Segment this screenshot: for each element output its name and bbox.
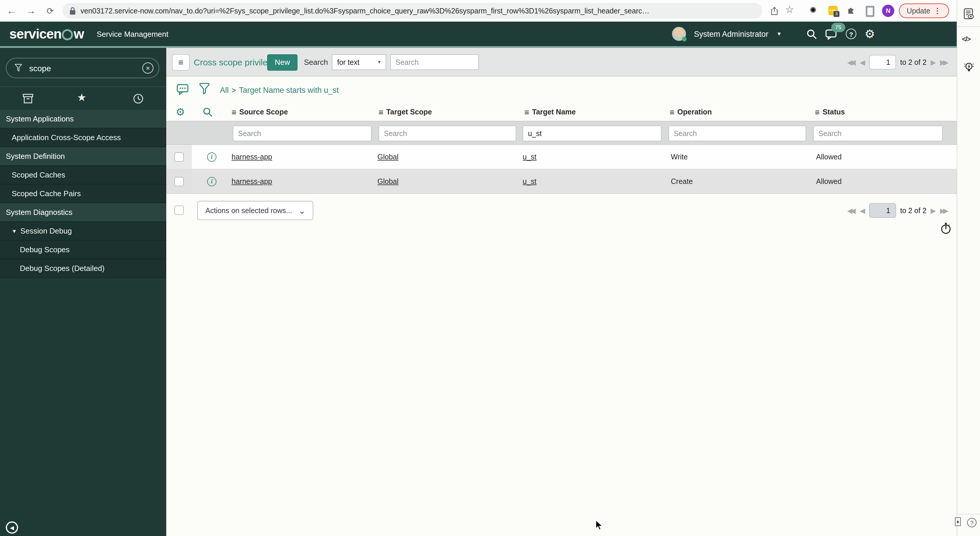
page-help-icon[interactable]: ? [967,518,977,527]
idea-lightbulb-icon[interactable] [963,61,975,74]
breadcrumb: All>Target Name starts with u_st [220,77,339,104]
browser-update-button[interactable]: Update ⋮ [899,3,949,18]
all-applications-tab-icon[interactable] [22,93,34,105]
select-all-checkbox[interactable] [174,206,184,215]
cell-operation: Create [671,169,693,194]
cell-target-name[interactable]: u_st [523,169,536,194]
list-personalize-gear-icon[interactable]: ⚙ [176,106,185,118]
extensions-puzzle-icon[interactable] [847,6,856,14]
user-menu-caret-icon[interactable]: ▼ [776,31,782,37]
navigator-menu: System Applications Application Cross-Sc… [0,110,166,278]
column-menu-icon: ≡ [524,108,529,116]
reading-list-icon[interactable] [963,8,975,21]
next-page-icon[interactable]: ▶ [931,207,936,214]
filter-target-name-input[interactable] [523,126,662,141]
help-icon[interactable]: ? [846,29,856,39]
user-avatar[interactable] [672,27,686,41]
sidebar-section-system-applications[interactable]: System Applications [0,110,166,128]
last-page-icon[interactable]: ▶▶ [940,207,948,214]
side-panel-icon[interactable] [865,6,874,17]
actions-select[interactable]: Actions on selected rows...⌄ [197,201,313,220]
filter-source-scope-input[interactable] [233,126,372,141]
cell-target-scope[interactable]: Global [377,145,398,169]
spinner-extension-icon[interactable]: ✺ [810,5,816,14]
browser-forward-icon[interactable]: → [24,0,38,22]
clear-filter-icon[interactable]: ✕ [142,62,153,73]
previous-page-icon[interactable]: ◀ [860,59,865,66]
conversations-icon[interactable]: 75 [826,28,838,40]
cell-source-scope[interactable]: harness-app [232,145,272,169]
cell-source-scope[interactable]: harness-app [232,169,272,194]
navigator-filter-box[interactable]: ✕ [6,58,159,78]
address-bar[interactable]: ven03172.service-now.com/nav_to.do?uri=%… [62,3,762,19]
page-number-input[interactable] [869,55,896,70]
sidebar-item-debug-scopes[interactable]: Debug Scopes [0,241,166,259]
row-checkbox[interactable] [174,152,184,162]
share-icon[interactable] [770,6,779,16]
new-button[interactable]: New [267,54,298,71]
cell-operation: Write [671,145,688,169]
filter-target-scope-input[interactable] [379,126,516,141]
filter-status-input[interactable] [813,126,943,141]
filter-icon[interactable] [199,82,210,95]
global-search-icon[interactable] [806,28,817,40]
caret-down-icon: ▼ [12,228,17,234]
update-label: Update [907,7,931,15]
history-tab-icon[interactable] [132,93,144,105]
row-range-label: to 2 of 2 [900,58,926,66]
scroll-handle-icon[interactable] [955,517,961,526]
last-page-icon[interactable]: ▶▶ [940,59,948,66]
sidebar-item-scoped-cache-pairs[interactable]: Scoped Cache Pairs [0,185,166,203]
search-label: Search [304,48,328,77]
next-page-icon[interactable]: ▶ [931,59,936,66]
page-number-input[interactable] [869,203,896,218]
sidebar-item-session-debug[interactable]: ▼Session Debug [0,222,166,241]
navigator-filter-input[interactable] [28,63,137,73]
row-checkbox[interactable] [174,177,184,186]
row-info-icon[interactable]: i [207,177,216,186]
list-context-menu-icon[interactable]: ≡ [172,54,189,71]
column-menu-icon: ≡ [379,108,383,116]
logo-o-ring [62,29,73,40]
search-type-select[interactable]: for text▼ [332,54,386,70]
collapse-sidebar-icon[interactable]: ◀ [6,522,18,534]
column-header-operation[interactable]: ≡Operation [670,103,712,121]
list-search-input[interactable] [390,54,479,70]
cell-target-name[interactable]: u_st [523,145,536,169]
select-caret-icon: ▼ [377,59,386,65]
column-header-target-name[interactable]: ≡Target Name [524,103,576,121]
column-search-icon[interactable] [202,107,213,117]
column-menu-icon: ≡ [232,108,236,116]
sidebar-section-system-definition[interactable]: System Definition [0,147,166,166]
favorites-tab-icon[interactable]: ★ [77,92,86,103]
browser-reload-icon[interactable]: ⟳ [43,0,57,22]
sidebar-section-system-diagnostics[interactable]: System Diagnostics [0,203,166,222]
servicenow-logo[interactable]: servicenw [10,26,84,42]
cell-target-scope[interactable]: Global [377,169,398,194]
column-header-source-scope[interactable]: ≡Source Scope [232,103,288,121]
settings-gear-icon[interactable]: ⚙ [864,28,875,40]
cell-status: Allowed [816,169,842,194]
list-comments-icon[interactable] [177,83,189,95]
first-page-icon[interactable]: ◀◀ [847,207,856,214]
table-row: i harness-app Global u_st Create Allowed [166,169,957,194]
column-header-target-scope[interactable]: ≡Target Scope [379,103,432,121]
code-panel-icon[interactable]: </> [962,35,970,43]
first-page-icon[interactable]: ◀◀ [847,59,856,66]
sidebar-item-application-cross-scope-access[interactable]: Application Cross-Scope Access [0,128,166,147]
bookmark-star-icon[interactable]: ☆ [785,3,794,16]
previous-page-icon[interactable]: ◀ [860,207,865,214]
application-navigator: ✕ ★ System Applications Application Cros… [0,48,166,536]
breadcrumb-condition[interactable]: Target Name starts with u_st [239,86,339,94]
column-header-status[interactable]: ≡Status [815,103,845,121]
browser-back-icon[interactable]: ← [5,0,19,22]
row-info-icon[interactable]: i [207,152,216,162]
response-time-stopwatch-icon[interactable] [940,222,952,235]
browser-profile-avatar[interactable]: N [882,5,894,17]
user-menu[interactable]: System Administrator [694,29,768,38]
sidebar-item-scoped-caches[interactable]: Scoped Caches [0,166,166,185]
filter-operation-input[interactable] [668,126,806,141]
sidebar-item-debug-scopes-detailed[interactable]: Debug Scopes (Detailed) [0,259,166,278]
strip-divider [957,514,980,514]
breadcrumb-all[interactable]: All [220,86,229,94]
